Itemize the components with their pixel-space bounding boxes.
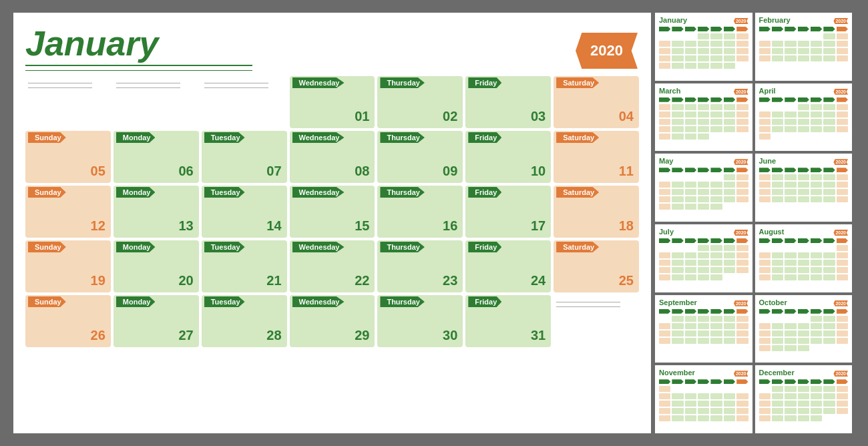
day-number: 27 — [116, 328, 196, 345]
day-number: 29 — [292, 328, 373, 345]
weekday-label: Monday — [116, 187, 156, 198]
mini-rows-mar — [659, 97, 748, 140]
weekday-label: Saturday — [556, 132, 599, 143]
weekday-label: Thursday — [380, 242, 425, 252]
weekday-label: Saturday — [556, 77, 599, 88]
day-cell-20: Monday 20 — [114, 240, 199, 292]
weekday-label: Friday — [468, 77, 501, 88]
mini-month-title-february: February — [759, 16, 791, 24]
mini-year-jun: 2020 — [833, 159, 848, 165]
weekday-label: Sunday — [28, 296, 66, 307]
day-cell-04: Saturday 04 — [554, 76, 639, 128]
weekday-label: Thursday — [380, 296, 425, 307]
day-number: 28 — [204, 328, 284, 345]
weekday-label: Sunday — [28, 132, 66, 143]
weekday-label: Monday — [116, 242, 156, 252]
day-number: 09 — [380, 164, 460, 180]
weekday-label: Tuesday — [204, 242, 245, 252]
mini-rows-jun — [759, 168, 849, 210]
year-badge: 2020 — [576, 33, 638, 69]
mini-month-august: August 2020 — [755, 224, 853, 292]
main-calendar: January 2020 Wednesday 01 — [13, 13, 651, 433]
day-number: 16 — [380, 218, 460, 235]
day-number: 25 — [556, 273, 636, 290]
outer-container: January 2020 Wednesday 01 — [13, 13, 855, 433]
weekday-label: Wednesday — [292, 242, 345, 252]
day-number: 21 — [204, 273, 284, 290]
day-number: 17 — [468, 218, 548, 235]
day-number: 08 — [292, 164, 373, 180]
day-number: 12 — [28, 218, 108, 235]
weekday-label: Friday — [468, 187, 501, 198]
weekday-label: Sunday — [28, 242, 66, 252]
day-cell-16: Thursday 16 — [377, 186, 463, 238]
day-cell-09: Thursday 09 — [377, 131, 463, 183]
day-number: 18 — [556, 218, 636, 235]
mini-month-title-october: October — [759, 298, 787, 306]
day-cell-07: Tuesday 07 — [202, 131, 287, 183]
weekday-label: Friday — [468, 132, 501, 143]
day-cell-12: Sunday 12 — [25, 186, 111, 238]
day-cell-23: Thursday 23 — [377, 240, 463, 292]
weekday-label: Wednesday — [292, 296, 345, 307]
mini-month-november: November 2020 — [655, 365, 752, 433]
day-cell-30: Thursday 30 — [377, 295, 463, 347]
day-number: 04 — [556, 109, 636, 126]
day-cell-05: Sunday 05 — [25, 131, 111, 183]
mini-year-mar: 2020 — [734, 89, 748, 95]
day-cell-13: Monday 13 — [114, 186, 199, 238]
day-number: 07 — [204, 164, 284, 180]
day-cell-26: Sunday 26 — [25, 295, 111, 347]
title-line2 — [25, 70, 252, 71]
empty-cell-end — [554, 295, 639, 347]
mini-rows-jan — [659, 27, 748, 69]
mini-month-july: July 2020 — [655, 224, 752, 292]
weekday-label: Saturday — [556, 242, 599, 252]
day-number: 30 — [380, 328, 460, 345]
mini-year-nov: 2020 — [734, 371, 748, 377]
mini-month-january: January 2020 — [655, 13, 752, 81]
day-cell-21: Tuesday 21 — [202, 240, 287, 292]
day-number: 23 — [380, 273, 460, 290]
day-cell-02: Thursday 02 — [377, 76, 463, 128]
day-number: 03 — [468, 109, 548, 126]
mini-month-february: February 2020 — [755, 13, 853, 81]
mini-month-title-january: January — [659, 16, 687, 24]
day-cell-28: Tuesday 28 — [202, 295, 287, 347]
mini-year-aug: 2020 — [833, 230, 848, 236]
day-cell-14: Tuesday 14 — [202, 186, 287, 238]
day-number: 02 — [380, 109, 460, 126]
weekday-label: Friday — [468, 296, 501, 307]
mini-year-jul: 2020 — [734, 230, 748, 236]
mini-month-march: March 2020 — [655, 83, 752, 152]
weekday-label: Saturday — [556, 187, 599, 198]
day-cell-17: Friday 17 — [465, 186, 551, 238]
day-number: 19 — [28, 273, 108, 290]
mini-month-title-july: July — [659, 228, 674, 236]
mini-month-april: April 2020 — [755, 83, 853, 152]
mini-rows-sep — [659, 309, 748, 351]
main-month-title: January — [25, 26, 639, 61]
empty-cell — [25, 76, 111, 128]
day-number: 22 — [292, 273, 373, 290]
mini-month-december: December 2020 — [755, 365, 853, 433]
mini-month-october: October 2020 — [755, 295, 853, 363]
mini-rows-dec — [759, 379, 849, 421]
mini-month-title-may: May — [659, 157, 673, 165]
day-number: 11 — [556, 164, 636, 180]
title-line1 — [25, 65, 252, 66]
mini-year-may: 2020 — [734, 159, 748, 165]
day-number: 06 — [116, 164, 196, 180]
day-cell-31: Friday 31 — [465, 295, 551, 347]
weekday-label: Thursday — [380, 187, 425, 198]
weekday-label: Monday — [116, 132, 156, 143]
weekday-label: Wednesday — [292, 77, 345, 88]
day-number: 15 — [292, 218, 373, 235]
mini-year-dec: 2020 — [833, 371, 848, 377]
mini-month-title-april: April — [759, 87, 776, 95]
weekday-label: Tuesday — [204, 132, 245, 143]
weekday-label: Thursday — [380, 132, 425, 143]
day-cell-25: Saturday 25 — [554, 240, 639, 292]
calendar-grid: Wednesday 01 Thursday 02 Friday 03 Satur… — [25, 76, 639, 347]
day-cell-27: Monday 27 — [114, 295, 199, 347]
